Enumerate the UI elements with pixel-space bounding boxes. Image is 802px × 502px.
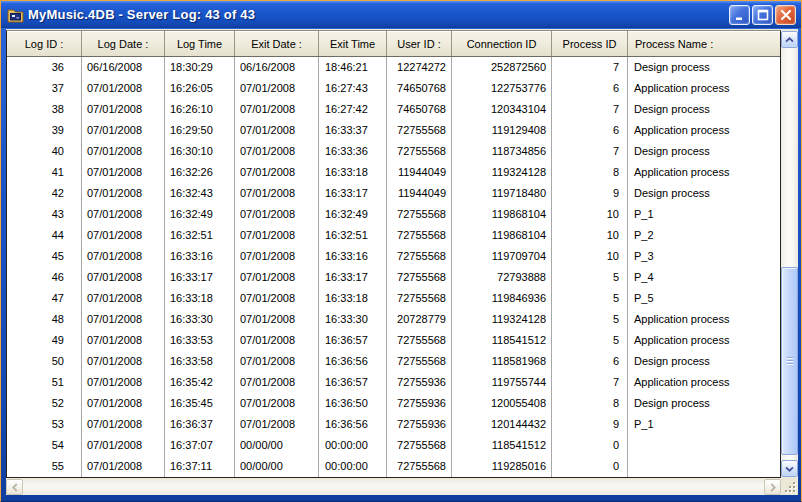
column-header-exit-time[interactable]: Exit Time (319, 31, 387, 56)
table-cell: 07/01/2008 (82, 162, 165, 183)
table-row[interactable]: 3807/01/200816:26:1007/01/200816:27:4274… (7, 99, 780, 120)
table-cell: 16:33:17 (319, 267, 387, 288)
table-cell: 36 (7, 57, 82, 78)
scroll-right-button[interactable] (764, 479, 781, 495)
table-cell: 20728779 (387, 309, 452, 330)
table-cell: 16:33:18 (319, 288, 387, 309)
table-row[interactable]: 5107/01/200816:35:4207/01/200816:36:5772… (7, 372, 780, 393)
table-row[interactable]: 4907/01/200816:33:5307/01/200816:36:5772… (7, 330, 780, 351)
table-cell: 07/01/2008 (235, 246, 319, 267)
table-cell: 16:33:17 (165, 267, 235, 288)
minimize-button[interactable] (729, 5, 750, 25)
table-row[interactable]: 5507/01/200816:37:1100/00/0000:00:007275… (7, 456, 780, 477)
table-cell: 00:00:00 (319, 435, 387, 456)
column-header-log-date[interactable]: Log Date : (82, 31, 165, 56)
table-row[interactable]: 3606/16/200818:30:2906/16/200818:46:2112… (7, 57, 780, 78)
table-row[interactable]: 4607/01/200816:33:1707/01/200816:33:1772… (7, 267, 780, 288)
table-cell: 118581968 (452, 351, 552, 372)
table-row[interactable]: 5207/01/200816:35:4507/01/200816:36:5072… (7, 393, 780, 414)
column-header-process-name[interactable]: Process Name : (628, 31, 780, 56)
table-cell: 07/01/2008 (235, 288, 319, 309)
table-cell: 72755568 (387, 456, 452, 477)
table-cell: Application process (628, 330, 780, 351)
table-cell: 18:46:21 (319, 57, 387, 78)
column-header-log-time[interactable]: Log Time (165, 31, 235, 56)
table-cell: 07/01/2008 (82, 414, 165, 435)
table-cell: 07/01/2008 (235, 225, 319, 246)
scroll-down-button[interactable] (781, 460, 798, 477)
scroll-left-button[interactable] (6, 479, 23, 495)
table-row[interactable]: 5007/01/200816:33:5807/01/200816:36:5672… (7, 351, 780, 372)
table-cell: 72755568 (387, 288, 452, 309)
table-row[interactable]: 4807/01/200816:33:3007/01/200816:33:3020… (7, 309, 780, 330)
table-cell: 16:36:57 (319, 372, 387, 393)
table-cell: 07/01/2008 (235, 267, 319, 288)
column-header-process-id[interactable]: Process ID (552, 31, 628, 56)
scroll-up-button[interactable] (781, 31, 798, 48)
maximize-button[interactable] (752, 5, 773, 25)
vertical-scroll-thumb[interactable] (781, 267, 798, 455)
table-cell: 07/01/2008 (82, 393, 165, 414)
table-cell: 07/01/2008 (82, 99, 165, 120)
table-cell: 8 (552, 393, 628, 414)
table-cell: 120144432 (452, 414, 552, 435)
column-header-log-id[interactable]: Log ID : (7, 31, 82, 56)
column-header-user-id[interactable]: User ID : (387, 31, 452, 56)
table-row[interactable]: 4007/01/200816:30:1007/01/200816:33:3672… (7, 141, 780, 162)
table-cell: 06/16/2008 (82, 57, 165, 78)
table-cell: Design process (628, 183, 780, 204)
vertical-scroll-track[interactable] (781, 31, 798, 477)
table-cell: 42 (7, 183, 82, 204)
table-cell: 07/01/2008 (235, 309, 319, 330)
table-cell: 10 (552, 204, 628, 225)
table-cell: 48 (7, 309, 82, 330)
table-row[interactable]: 4207/01/200816:32:4307/01/200816:33:1711… (7, 183, 780, 204)
table-cell: 12274272 (387, 57, 452, 78)
table-cell: Design process (628, 351, 780, 372)
table-cell: 252872560 (452, 57, 552, 78)
table-row[interactable]: 4507/01/200816:33:1607/01/200816:33:1672… (7, 246, 780, 267)
table-cell: 119709704 (452, 246, 552, 267)
title-bar[interactable]: MyMusic.4DB - Server Log: 43 of 43 (1, 1, 801, 28)
table-cell: 07/01/2008 (82, 372, 165, 393)
table-row[interactable]: 4107/01/200816:32:2607/01/200816:33:1811… (7, 162, 780, 183)
table-cell: P_1 (628, 414, 780, 435)
table-row[interactable]: 4307/01/200816:32:4907/01/200816:32:4972… (7, 204, 780, 225)
column-header-exit-date[interactable]: Exit Date : (235, 31, 319, 56)
window-controls (729, 5, 796, 25)
resize-grip[interactable] (781, 479, 798, 495)
table-row[interactable]: 4707/01/200816:33:1807/01/200816:33:1872… (7, 288, 780, 309)
chevron-up-icon (785, 37, 794, 43)
vertical-scrollbar[interactable] (781, 29, 798, 479)
table-body: 3606/16/200818:30:2906/16/200818:46:2112… (7, 57, 780, 477)
table-cell: 11944049 (387, 162, 452, 183)
table-cell: 16:35:42 (165, 372, 235, 393)
table-cell: 16:26:10 (165, 99, 235, 120)
table-cell: 72755568 (387, 435, 452, 456)
table-cell: 07/01/2008 (82, 78, 165, 99)
table-cell: 72755568 (387, 141, 452, 162)
horizontal-scroll-track[interactable] (23, 479, 764, 495)
table-row[interactable]: 3707/01/200816:26:0507/01/200816:27:4374… (7, 78, 780, 99)
table-row[interactable]: 4407/01/200816:32:5107/01/200816:32:5172… (7, 225, 780, 246)
table-cell: 46 (7, 267, 82, 288)
table-cell: 119285016 (452, 456, 552, 477)
table-cell: 74650768 (387, 78, 452, 99)
horizontal-scrollbar[interactable] (6, 479, 781, 495)
table-header-row: Log ID :Log Date :Log TimeExit Date :Exi… (7, 31, 780, 57)
table-row[interactable]: 3907/01/200816:29:5007/01/200816:33:3772… (7, 120, 780, 141)
table-cell: 00/00/00 (235, 456, 319, 477)
table-cell: 10 (552, 246, 628, 267)
table-cell: 07/01/2008 (82, 225, 165, 246)
table-cell: 16:32:26 (165, 162, 235, 183)
table-row[interactable]: 5307/01/200816:36:3707/01/200816:36:5672… (7, 414, 780, 435)
table-cell: 72755568 (387, 246, 452, 267)
table-cell: 16:30:10 (165, 141, 235, 162)
table-cell: P_3 (628, 246, 780, 267)
app-icon[interactable] (7, 7, 24, 23)
table-cell: 16:27:42 (319, 99, 387, 120)
table-cell: Application process (628, 309, 780, 330)
table-row[interactable]: 5407/01/200816:37:0700/00/0000:00:007275… (7, 435, 780, 456)
close-button[interactable] (775, 5, 796, 25)
column-header-connection-id[interactable]: Connection ID (452, 31, 552, 56)
